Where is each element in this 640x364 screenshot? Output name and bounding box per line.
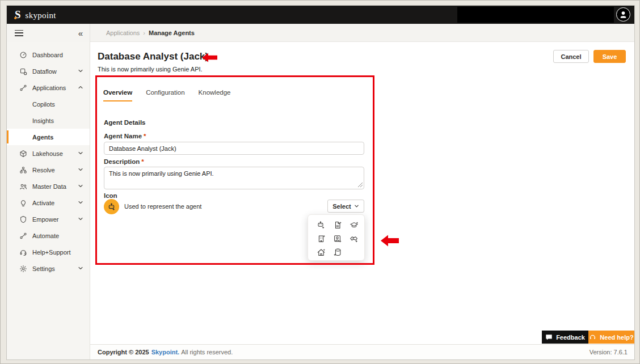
top-bar: S skypoint: [7, 6, 634, 24]
select-button-label: Select: [332, 203, 351, 210]
breadcrumb: Applications › Manage Agents: [90, 24, 634, 42]
copyright-text: Copyright © 2025: [98, 349, 149, 355]
applications-icon: [19, 84, 27, 92]
graduation-cap-sparkle-icon[interactable]: [350, 221, 359, 230]
need-help-button[interactable]: Need help?: [588, 331, 634, 344]
tab-configuration[interactable]: Configuration: [146, 89, 184, 101]
required-asterisk: *: [144, 133, 146, 139]
sidebar-item-label: Agents: [32, 134, 53, 141]
speech-bubble-icon: [545, 334, 553, 341]
chevron-down-icon: [78, 200, 83, 205]
sidebar-item-resolve[interactable]: Resolve: [7, 162, 90, 178]
annotation-arrow-popup: [381, 235, 399, 247]
agent-name-input[interactable]: [104, 142, 364, 155]
footer: Copyright © 2025Skypoint.All rights rese…: [90, 344, 634, 359]
sidebar-item-label: Empower: [32, 216, 58, 223]
building-sparkle-icon[interactable]: [317, 234, 326, 243]
sidebar-item-applications[interactable]: Applications: [7, 79, 90, 96]
sidebar-item-agents[interactable]: Agents: [7, 129, 90, 145]
logo-s-mark: S: [15, 9, 21, 21]
icon-picker-popup: [308, 214, 365, 261]
section-title-agent-details: Agent Details: [104, 119, 146, 126]
breadcrumb-current: Manage Agents: [149, 29, 195, 36]
sidebar-item-label: Dataflow: [32, 68, 57, 75]
required-asterisk: *: [141, 158, 144, 165]
agent-icon-avatar: [104, 199, 119, 214]
database-sparkle-icon[interactable]: [333, 248, 342, 257]
sidebar-item-dashboard[interactable]: Dashboard: [7, 46, 90, 63]
tab-bar: Overview Configuration Knowledge: [103, 89, 230, 101]
sidebar: Dashboard Dataflow Applications Copilots…: [7, 42, 90, 359]
sidebar-item-activate[interactable]: Activate: [7, 194, 90, 211]
chevron-up-icon: [78, 84, 83, 90]
automate-icon: [19, 232, 27, 240]
feedback-label: Feedback: [556, 334, 585, 341]
sidebar-item-empower[interactable]: Empower: [7, 211, 90, 227]
bot-sparkle-icon: [107, 202, 116, 211]
bot-sparkle-icon[interactable]: [317, 221, 326, 230]
tab-overview[interactable]: Overview: [103, 89, 132, 101]
sidebar-item-label: Resolve: [32, 167, 55, 173]
chevron-down-icon: [78, 150, 83, 156]
masked-region: [457, 7, 614, 23]
sidebar-item-copilots[interactable]: Copilots: [7, 96, 90, 112]
sidebar-item-automate[interactable]: Automate: [7, 227, 90, 244]
chevron-down-icon: [78, 216, 83, 222]
sidebar-item-dataflow[interactable]: Dataflow: [7, 63, 90, 79]
headset-icon: [589, 333, 596, 341]
lakehouse-icon: [19, 150, 27, 158]
dataflow-icon: [19, 67, 27, 75]
cancel-button[interactable]: Cancel: [553, 50, 589, 63]
document-sparkle-icon[interactable]: [333, 221, 342, 230]
sidebar-item-label: Insights: [32, 117, 54, 124]
chevron-down-icon: [78, 68, 83, 74]
handshake-sparkle-icon[interactable]: [350, 234, 359, 243]
save-button[interactable]: Save: [593, 50, 626, 63]
icon-select-button[interactable]: Select: [327, 200, 364, 213]
breadcrumb-separator: ›: [143, 29, 145, 36]
sidebar-item-label: Lakehouse: [32, 150, 63, 157]
need-help-label: Need help?: [600, 334, 633, 341]
page-subtitle: This is now primarily using Genie API.: [98, 66, 203, 73]
sidebar-item-label: Help+Support: [32, 249, 71, 256]
feedback-button[interactable]: Feedback: [542, 331, 588, 344]
menu-icon[interactable]: [15, 30, 23, 36]
agent-name-label-text: Agent Name: [104, 133, 142, 139]
breadcrumb-parent[interactable]: Applications: [106, 29, 140, 36]
skypoint-logo[interactable]: S skypoint: [15, 9, 56, 21]
chevron-down-icon: [78, 167, 83, 172]
user-avatar[interactable]: [616, 7, 630, 22]
activate-icon: [19, 199, 27, 207]
sidebar-item-label: Master Data: [32, 183, 66, 190]
frame-person-sparkle-icon[interactable]: [333, 234, 342, 243]
sidebar-item-label: Activate: [32, 200, 54, 206]
collapse-sidebar-icon[interactable]: «: [78, 29, 83, 37]
chevron-down-icon: [78, 183, 83, 189]
sidebar-item-help-support[interactable]: Help+Support: [7, 244, 90, 260]
sidebar-header: «: [7, 24, 90, 42]
settings-icon: [19, 265, 27, 273]
page-title: Database Analyst (Jack): [98, 51, 208, 62]
skypoint-link[interactable]: Skypoint.: [151, 349, 180, 355]
sidebar-item-insights[interactable]: Insights: [7, 112, 90, 129]
dashboard-icon: [19, 51, 27, 59]
description-field-wrap: [104, 167, 364, 189]
screenshot-frame: S skypoint « Applications › Manage Agent…: [0, 0, 640, 364]
resolve-icon: [19, 166, 27, 174]
help-support-icon: [19, 248, 27, 256]
logo-wordmark: skypoint: [26, 11, 56, 20]
home-sparkle-icon[interactable]: [317, 248, 326, 257]
sidebar-item-settings[interactable]: Settings: [7, 260, 90, 277]
sidebar-item-label: Settings: [32, 265, 55, 272]
sidebar-item-master-data[interactable]: Master Data: [7, 178, 90, 194]
chevron-down-icon: [78, 265, 83, 271]
chevron-down-icon: [354, 204, 359, 209]
person-icon: [619, 10, 628, 19]
sidebar-item-label: Copilots: [32, 101, 55, 108]
agent-name-label: Agent Name*: [104, 133, 146, 139]
icon-help-text: Used to represent the agent: [124, 203, 201, 210]
sidebar-item-label: Automate: [32, 232, 59, 239]
sidebar-item-lakehouse[interactable]: Lakehouse: [7, 145, 90, 162]
tab-knowledge[interactable]: Knowledge: [199, 89, 231, 101]
description-textarea[interactable]: [104, 167, 364, 189]
